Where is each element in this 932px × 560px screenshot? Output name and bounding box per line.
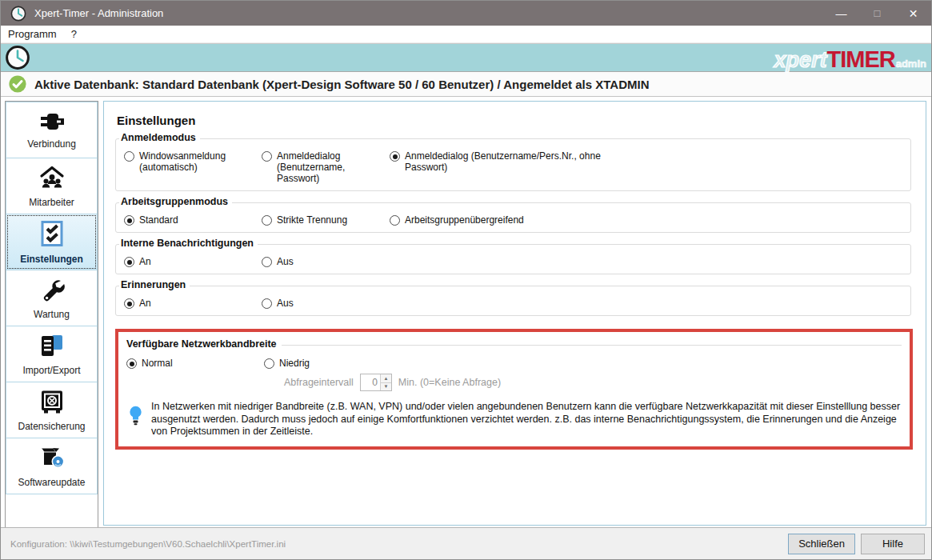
maximize-button[interactable]: □ xyxy=(859,1,895,26)
logo-band: xpert TIMER admin xyxy=(1,43,931,72)
software-update-icon xyxy=(38,445,66,473)
import-export-icon xyxy=(38,333,66,361)
window-title: Xpert-Timer - Administration xyxy=(34,7,823,19)
sidebar-item-import-export[interactable]: Import/Export xyxy=(6,326,98,382)
radio-label: An xyxy=(139,298,151,309)
section-label: Arbeitsgruppenmodus xyxy=(119,196,232,207)
footer-bar: Konfiguration: \\kiwi\Testumgebungen\V60… xyxy=(1,527,931,559)
radio-option-benachrichtigungen-an[interactable]: An xyxy=(124,256,262,267)
sidebar: Verbindung Mitarbeiter Einstellungen War… xyxy=(5,101,98,527)
radio-label: Windowsanmeldung (automatisch) xyxy=(139,150,243,173)
section-interne-benachrichtigungen: Interne Benachrichtigungen An Aus xyxy=(115,244,911,274)
brand-xpert: xpert xyxy=(774,50,826,71)
spinner-arrows: ▲ ▼ xyxy=(380,374,391,390)
radio-icon xyxy=(124,151,134,162)
safe-icon xyxy=(39,389,65,417)
menu-item-programm[interactable]: Programm xyxy=(1,26,64,42)
app-window: Xpert-Timer - Administration — □ ✕ Progr… xyxy=(0,0,932,560)
radio-option-bandbreite-normal[interactable]: Normal xyxy=(126,358,264,369)
spinner-down-icon[interactable]: ▼ xyxy=(381,383,391,391)
sidebar-item-label: Wartung xyxy=(34,309,70,320)
radio-option-standard[interactable]: Standard xyxy=(124,214,262,226)
main-panel: Einstellungen Anmeldemodus Windowsanmeld… xyxy=(103,101,926,526)
close-button[interactable]: Schließen xyxy=(788,534,855,554)
sidebar-item-label: Import/Export xyxy=(22,365,80,376)
radio-option-anmeldedialog-ohne-passwort[interactable]: Anmeldedialog (Benutzername/Pers.Nr., oh… xyxy=(390,150,605,173)
plug-icon xyxy=(38,111,66,134)
section-erinnerungen: Erinnerungen An Aus xyxy=(115,286,911,316)
hint-text: In Netzwerken mit niedriger Bandbreite (… xyxy=(151,401,902,438)
radio-icon xyxy=(390,215,400,226)
radio-option-erinnerungen-an[interactable]: An xyxy=(124,298,262,309)
section-label: Anmeldemodus xyxy=(119,132,200,143)
section-label: Interne Benachrichtigungen xyxy=(119,238,258,249)
menu-item-help[interactable]: ? xyxy=(64,26,84,42)
radio-icon xyxy=(262,298,272,309)
help-button[interactable]: Hilfe xyxy=(861,534,925,554)
checklist-icon xyxy=(40,220,64,250)
interval-spinner[interactable]: 0 ▲ ▼ xyxy=(360,374,392,391)
body-area: Verbindung Mitarbeiter Einstellungen War… xyxy=(1,97,931,527)
brand-admin: admin xyxy=(896,58,926,69)
radio-icon xyxy=(262,257,272,267)
radio-icon xyxy=(262,151,272,162)
radio-label: Aus xyxy=(277,298,294,309)
sidebar-item-label: Softwareupdate xyxy=(18,477,85,488)
section-label-line xyxy=(282,345,902,346)
interval-suffix: Min. (0=Keine Abfrage) xyxy=(398,377,501,388)
app-clock-icon xyxy=(10,6,26,22)
radio-option-anmeldedialog-passwort[interactable]: Anmeldedialog (Benutzername, Passwort) xyxy=(262,150,390,184)
brand-logo: xpert TIMER admin xyxy=(774,48,926,71)
radio-label: Anmeldedialog (Benutzername, Passwort) xyxy=(277,150,390,184)
close-icon[interactable]: ✕ xyxy=(895,1,931,26)
page-title: Einstellungen xyxy=(117,114,914,127)
radio-icon xyxy=(390,151,400,162)
sidebar-item-label: Mitarbeiter xyxy=(29,197,74,208)
radio-icon xyxy=(124,298,134,309)
radio-option-benachrichtigungen-aus[interactable]: Aus xyxy=(262,256,390,267)
team-icon xyxy=(38,165,66,193)
radio-icon xyxy=(124,215,134,226)
status-text: Aktive Datenbank: Standard Datenbank (Xp… xyxy=(34,78,650,91)
sidebar-item-mitarbeiter[interactable]: Mitarbeiter xyxy=(6,158,98,214)
radio-label: Standard xyxy=(139,214,178,226)
logo-clock-icon xyxy=(5,45,30,70)
radio-label: Niedrig xyxy=(279,358,310,369)
section-anmeldemodus: Anmeldemodus Windowsanmeldung (automatis… xyxy=(115,138,911,191)
interval-row: Abfrageintervall 0 ▲ ▼ Min. (0=Keine Abf… xyxy=(284,374,902,391)
radio-icon xyxy=(124,257,134,267)
radio-label: Anmeldedialog (Benutzername/Pers.Nr., oh… xyxy=(405,150,605,173)
success-check-icon xyxy=(9,75,26,93)
section-label: Erinnerungen xyxy=(119,279,190,290)
radio-option-erinnerungen-aus[interactable]: Aus xyxy=(262,298,390,309)
section-label-row: Verfügbare Netzwerkbandbreite xyxy=(126,338,902,350)
radio-label: Arbeitsgruppenübergreifend xyxy=(405,214,524,226)
section-label: Verfügbare Netzwerkbandbreite xyxy=(126,338,277,350)
radio-label: Strikte Trennung xyxy=(277,214,347,226)
radio-option-bandbreite-niedrig[interactable]: Niedrig xyxy=(264,358,310,369)
wrench-icon xyxy=(39,277,65,305)
radio-label: An xyxy=(139,256,151,267)
spinner-up-icon[interactable]: ▲ xyxy=(381,374,391,383)
config-path: Konfiguration: \\kiwi\Testumgebungen\V60… xyxy=(10,539,286,549)
sidebar-item-einstellungen[interactable]: Einstellungen xyxy=(6,214,98,270)
radio-label: Normal xyxy=(142,358,173,369)
radio-icon xyxy=(264,358,274,369)
radio-option-strikte-trennung[interactable]: Strikte Trennung xyxy=(262,214,390,226)
interval-label: Abfrageintervall xyxy=(284,377,354,388)
status-bar: Aktive Datenbank: Standard Datenbank (Xp… xyxy=(1,72,931,97)
sidebar-item-label: Datensicherung xyxy=(18,421,85,432)
title-bar: Xpert-Timer - Administration — □ ✕ xyxy=(1,1,931,26)
radio-icon xyxy=(126,358,137,369)
radio-label: Aus xyxy=(277,256,294,267)
section-arbeitsgruppenmodus: Arbeitsgruppenmodus Standard Strikte Tre… xyxy=(115,202,911,233)
sidebar-item-verbindung[interactable]: Verbindung xyxy=(6,102,98,158)
brand-timer: TIMER xyxy=(826,48,894,71)
sidebar-item-wartung[interactable]: Wartung xyxy=(6,270,98,326)
minimize-button[interactable]: — xyxy=(823,1,859,26)
spinner-value: 0 xyxy=(361,374,380,390)
sidebar-item-softwareupdate[interactable]: Softwareupdate xyxy=(6,438,98,494)
radio-option-windowsanmeldung[interactable]: Windowsanmeldung (automatisch) xyxy=(124,150,262,173)
sidebar-item-datensicherung[interactable]: Datensicherung xyxy=(6,382,98,438)
radio-option-arbeitsgruppenuebergreifend[interactable]: Arbeitsgruppenübergreifend xyxy=(390,214,524,226)
